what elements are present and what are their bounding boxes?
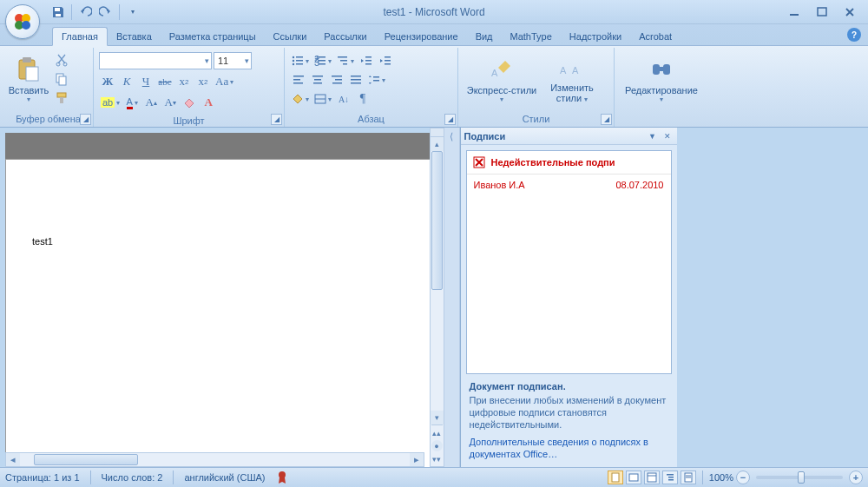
signatures-help-link[interactable]: Дополнительные сведения о подписях в док… <box>470 436 668 460</box>
svg-rect-66 <box>667 474 674 476</box>
view-fullscreen-button[interactable] <box>626 471 641 484</box>
horizontal-scrollbar[interactable]: ◂ ▸ <box>5 452 424 467</box>
styles-dialog-launcher[interactable]: ◢ <box>601 114 612 125</box>
borders-button[interactable] <box>312 90 333 108</box>
qat-save-button[interactable] <box>49 3 68 22</box>
view-draft-button[interactable] <box>681 471 696 484</box>
document-page[interactable]: test1 <box>5 159 430 467</box>
format-painter-button[interactable] <box>52 89 71 107</box>
signature-row[interactable]: Иванов И.А 08.07.2010 <box>467 174 671 195</box>
grow-font-button[interactable]: A▴ <box>142 94 160 111</box>
sort-button[interactable]: А↓ <box>335 90 352 108</box>
strike-button[interactable]: abc <box>156 73 174 90</box>
show-marks-button[interactable]: ¶ <box>354 90 372 108</box>
multilevel-button[interactable] <box>335 52 356 69</box>
underline-button[interactable]: Ч <box>137 73 155 90</box>
title-bar: ▾ test1 - Microsoft Word <box>0 0 868 24</box>
inc-indent-button[interactable] <box>377 52 394 69</box>
tab-pagelayout[interactable]: Разметка страницы <box>161 28 265 45</box>
change-case-button[interactable]: Aa <box>214 73 235 90</box>
vertical-scrollbar[interactable]: ▴ ▾ ▴▴ ● ▾▾ <box>430 128 444 467</box>
scroll-right-button[interactable]: ▸ <box>410 453 424 466</box>
weblayout-icon <box>647 472 657 483</box>
italic-button[interactable]: К <box>118 73 135 90</box>
taskpane-grip[interactable]: ⟨ <box>444 128 460 467</box>
quick-styles-button[interactable]: A Экспресс-стили ▾ <box>462 49 542 109</box>
qat-separator <box>71 4 72 20</box>
status-language[interactable]: английский (США) <box>184 472 265 483</box>
select-browse-button[interactable]: ● <box>431 440 443 451</box>
shrink-font-button[interactable]: A▾ <box>161 94 179 111</box>
bold-button[interactable]: Ж <box>99 73 116 90</box>
tab-home[interactable]: Главная <box>52 27 108 46</box>
line-spacing-button[interactable] <box>366 71 387 89</box>
help-button[interactable]: ? <box>847 28 861 42</box>
minimize-button[interactable] <box>785 3 804 21</box>
dec-indent-button[interactable] <box>358 52 375 69</box>
editing-button[interactable]: Редактирование ▾ <box>618 49 705 109</box>
tab-addins[interactable]: Надстройки <box>561 28 630 45</box>
close-button[interactable] <box>840 3 859 21</box>
split-handle[interactable] <box>431 128 444 137</box>
numbering-button[interactable]: 123 <box>312 52 333 69</box>
font-color-button[interactable]: A <box>123 94 141 111</box>
zoom-slider-knob[interactable] <box>798 471 805 484</box>
text-effects-button[interactable]: A <box>200 94 217 111</box>
font-name-combo[interactable] <box>99 52 212 69</box>
view-outline-button[interactable] <box>662 471 678 484</box>
chevron-down-icon: ▾ <box>584 95 588 103</box>
qat-customize-button[interactable]: ▾ <box>123 3 142 22</box>
shading-button[interactable] <box>290 90 311 108</box>
prev-page-button[interactable]: ▴▴ <box>431 427 443 438</box>
clear-format-button[interactable] <box>181 94 198 111</box>
zoom-in-button[interactable]: + <box>849 471 863 484</box>
tab-review[interactable]: Рецензирование <box>376 28 467 45</box>
subscript-button[interactable]: x2 <box>175 73 193 90</box>
highlight-button[interactable]: ab <box>99 94 122 111</box>
copy-button[interactable] <box>52 70 71 88</box>
qat-redo-button[interactable] <box>96 3 115 22</box>
cut-button[interactable] <box>52 51 71 69</box>
scroll-left-button[interactable]: ◂ <box>6 453 20 466</box>
status-page[interactable]: Страница: 1 из 1 <box>5 472 80 483</box>
paste-button[interactable]: Вставить ▾ <box>7 49 50 109</box>
vscroll-thumb[interactable] <box>431 151 443 290</box>
scroll-down-button[interactable]: ▾ <box>431 411 444 424</box>
zoom-slider[interactable] <box>756 476 843 479</box>
vscroll-track[interactable] <box>431 151 444 411</box>
paragraph-dialog-launcher[interactable]: ◢ <box>444 114 456 125</box>
maximize-button[interactable] <box>812 3 832 21</box>
tab-mathtype[interactable]: MathType <box>502 28 561 45</box>
superscript-button[interactable]: x2 <box>194 73 212 90</box>
taskpane-close-button[interactable]: ✕ <box>661 130 674 142</box>
hscroll-thumb[interactable] <box>34 454 138 465</box>
office-button[interactable] <box>5 4 40 39</box>
change-styles-button[interactable]: AA Изменитьстили ▾ <box>542 49 602 109</box>
font-size-combo[interactable]: 11 <box>214 52 252 69</box>
svg-rect-36 <box>385 60 391 62</box>
tab-view[interactable]: Вид <box>467 28 502 45</box>
align-right-button[interactable] <box>328 71 345 89</box>
status-wordcount[interactable]: Число слов: 2 <box>102 472 163 483</box>
align-right-icon <box>331 75 343 85</box>
tab-insert[interactable]: Вставка <box>108 28 161 45</box>
align-center-button[interactable] <box>309 71 326 89</box>
signature-status-icon[interactable] <box>275 471 289 484</box>
zoom-out-button[interactable]: − <box>736 471 750 484</box>
signed-info: При внесении любых изменений в документ … <box>470 394 668 431</box>
qat-undo-button[interactable] <box>76 3 95 22</box>
tab-mailings[interactable]: Рассылки <box>315 28 375 45</box>
clipboard-dialog-launcher[interactable]: ◢ <box>80 114 91 125</box>
next-page-button[interactable]: ▾▾ <box>431 453 443 464</box>
bullets-button[interactable] <box>290 52 311 69</box>
view-web-button[interactable] <box>644 471 660 484</box>
taskpane-menu-button[interactable]: ▼ <box>647 130 659 142</box>
font-dialog-launcher[interactable]: ◢ <box>271 114 282 125</box>
scroll-up-button[interactable]: ▴ <box>431 137 444 151</box>
align-left-button[interactable] <box>290 71 307 89</box>
tab-references[interactable]: Ссылки <box>265 28 316 45</box>
tab-acrobat[interactable]: Acrobat <box>630 28 681 45</box>
view-printlayout-button[interactable] <box>608 471 623 484</box>
zoom-level[interactable]: 100% <box>709 472 733 483</box>
justify-button[interactable] <box>347 71 365 89</box>
